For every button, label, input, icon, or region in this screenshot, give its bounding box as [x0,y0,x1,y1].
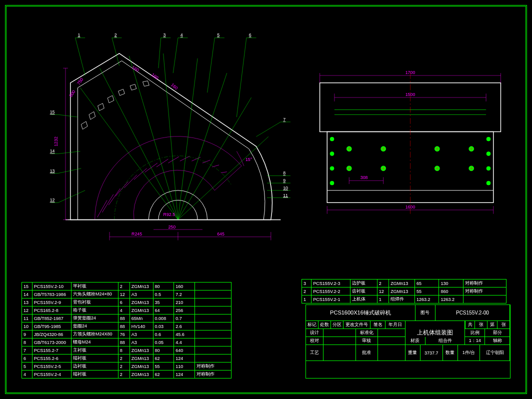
bom-cell-mat: ZGMn13 [130,298,153,306]
bom-cell-note: 对称制作 [194,370,231,378]
bom-cell-note: 对称制作 [463,288,506,296]
bom-cell-a: 62 [153,354,174,362]
bom-cell-no: 12 [22,306,32,314]
callout-2: 2 [114,32,117,38]
bom-row: 3PCS155V.2-3边护板2ZGMn1365130对称制作 [302,280,506,288]
left-view: 15° 1232 R245 250 [50,32,290,240]
lbl-qty: 数量 [443,345,458,361]
bom-cell-code: PCS155V.2-3 [312,280,350,288]
location: 辽宁朝阳 [480,345,510,361]
bom-cell-b: 640 [174,346,195,354]
dim-1500: 1500 [406,92,416,97]
bom-cell-no: 8 [22,338,32,346]
svg-line-4 [124,175,136,188]
callout-11: 11 [283,193,288,198]
title-block: PCS1600X16锤式破碎机 图号 PCS155V.2-00 标记 处数 分区… [306,304,510,378]
bom-cell-mat: 组焊件 [389,296,415,304]
callout-13: 13 [50,168,55,174]
bom-cell-code: PCS155.2-6 [32,354,71,362]
bom-cell-no: 5 [22,362,32,370]
svg-line-11 [202,160,210,163]
svg-line-14 [80,88,178,220]
bom-cell-code: PCS155V.2-5 [32,362,71,370]
bom-cell-name: 垫圈24 [72,322,118,330]
svg-line-1 [102,194,113,212]
bom-cell-note [194,322,231,330]
bom-cell-no: 13 [22,298,32,306]
lbl-check: 校对 [306,337,324,345]
dim-R245: R245 [132,232,142,236]
bom-cell-note [194,354,231,362]
bom-cell-note: 对称制作 [463,280,506,288]
bom-cell-no: 7 [22,346,32,354]
bom-cell-b: 4.4 [174,338,195,346]
dim-angle: 15° [246,157,252,162]
callout-7: 7 [283,117,286,122]
callout-12: 12 [50,198,55,202]
dim-250: 250 [168,224,176,230]
bom-cell-mat: A3 [130,330,153,338]
bom-cell-name: 背包衬板 [72,298,118,306]
svg-line-50 [58,190,85,202]
bom-cell-b: 130 [439,280,463,288]
bom-cell-note [194,282,231,290]
bom-cell-qty: 4 [118,306,130,314]
tables-wrap: 15PCS155V.2-10平衬板2ZGMn138016014GB/T5783-… [22,264,510,378]
bom-cell-note [194,314,231,322]
lbl-review: 审核 [356,337,378,345]
bom-row: 4PCS155V.2-4端衬板2ZGMn1362124对称制作 [22,370,232,378]
bom-cell-no: 14 [22,290,32,298]
bom-cell-a: 1263.2 [414,296,438,304]
svg-line-13 [221,172,227,173]
bom-row: 10GB/T95-1985垫圈2488HV1400.032.6 [22,322,232,330]
svg-point-74 [330,166,334,170]
lbl-change: 更改文件号 [344,321,371,329]
bom-cell-b: 45.6 [174,330,195,338]
bom-cell-no: 6 [22,354,32,362]
bom-cell-code: GB/T6173-2000 [32,338,71,346]
bom-cell-a: 0.5 [153,290,174,298]
bom-cell-note [194,290,231,298]
bom-cell-note [194,306,231,314]
bom-table-right: 3PCS155V.2-3边护板2ZGMn1365130对称制作2PCS155V.… [302,279,506,304]
bom-cell-qty: 88 [118,338,130,346]
callout-4: 4 [180,32,183,38]
svg-line-44 [256,122,280,136]
bom-cell-name: 平衬板 [72,282,118,290]
lbl-section: 处数 [318,321,331,329]
svg-point-79 [486,181,490,185]
bom-row: 13PCS155V.2-9背包衬板6ZGMn1335210 [22,298,232,306]
bom-cell-b: 124 [174,354,195,362]
bom-cell-code: PCS165.2-8 [32,306,71,314]
bom-cell-b: 0.7 [174,314,195,322]
bom-cell-mat: ZGMn13 [130,346,153,354]
bom-cell-qty: 12 [377,288,389,296]
bom-cell-code: PCS155V.2-2 [312,288,350,296]
svg-line-0 [98,200,108,217]
bom-row: 2PCS155V.2-2齿衬板12ZGMn1355860对称制作 [302,288,506,296]
bom-cell-b: 860 [439,288,463,296]
bom-cell-note: 对称制作 [194,362,231,370]
callout-8: 8 [283,171,286,176]
bom-row: 1PCS155V.2-1上机体1组焊件1263.21263.2 [302,296,506,304]
callout-9: 9 [283,178,286,183]
bom-cell-name: 边衬板 [72,362,118,370]
bom-cell-name: 端衬板 [72,370,118,378]
bom-cell-a: 0.008 [153,314,174,322]
drawing-no: PCS155V.2-00 [436,305,510,321]
bom-cell-b: 1263.2 [439,296,463,304]
callout-1: 1 [78,32,80,38]
bom-cell-qty: 2 [377,280,389,288]
svg-line-8 [168,156,179,163]
lbl-date: 年月日 [386,321,406,329]
svg-point-75 [330,181,334,185]
svg-line-9 [180,156,190,161]
bom-cell-qty: 8 [118,346,130,354]
bom-cell-no: 1 [302,296,312,304]
bom-cell-note [194,298,231,306]
bom-cell-note [463,296,506,304]
dim-r92: R92.5 [164,212,176,217]
bom-cell-b: 110 [174,362,195,370]
bom-cell-name: 六角头螺栓M24×80 [72,290,118,298]
bom-row: 8GB/T6173-2000螺母M2488A30.054.4 [22,338,232,346]
